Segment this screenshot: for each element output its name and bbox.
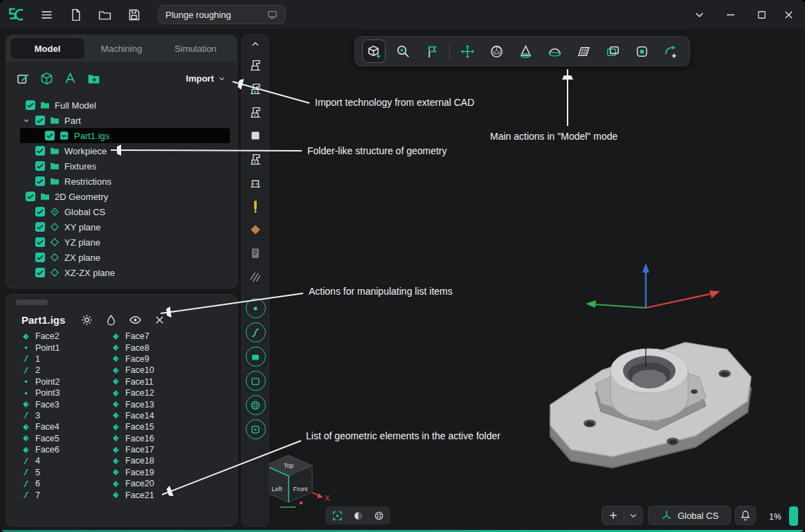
tree-item-full-model[interactable]: Full Model xyxy=(6,98,230,113)
element-item-face2[interactable]: Face2 xyxy=(21,331,111,342)
postprocessor-button[interactable] xyxy=(244,241,267,265)
hemisphere-button[interactable] xyxy=(543,39,566,63)
save-project-button[interactable] xyxy=(123,4,144,25)
sketch-button[interactable] xyxy=(16,71,30,86)
element-item-point2[interactable]: Point2 xyxy=(21,376,111,387)
create-sphere-wire-button[interactable] xyxy=(246,395,266,415)
visibility-checkbox[interactable] xyxy=(26,100,35,110)
datum-button[interactable] xyxy=(420,39,444,63)
mesh-button[interactable] xyxy=(572,39,595,63)
lathe-button[interactable] xyxy=(244,147,267,171)
fill-button[interactable] xyxy=(105,313,118,327)
create-solid-button[interactable] xyxy=(362,39,386,63)
visibility-checkbox[interactable] xyxy=(26,192,35,201)
element-item-7[interactable]: 7 xyxy=(21,489,111,500)
part-3d-model[interactable] xyxy=(526,256,761,470)
add-geometry-button[interactable] xyxy=(602,506,624,525)
mill-turn-button[interactable] xyxy=(244,171,267,194)
visibility-checkbox[interactable] xyxy=(35,222,45,232)
tree-item-workpiece[interactable]: Workpiece xyxy=(6,143,230,158)
visibility-checkbox[interactable] xyxy=(45,131,55,140)
element-item-5[interactable]: 5 xyxy=(21,467,111,478)
element-item-face14[interactable]: Face14 xyxy=(111,410,231,421)
visibility-checkbox[interactable] xyxy=(35,176,45,186)
gear-button[interactable] xyxy=(80,313,93,327)
polysphere-button[interactable] xyxy=(485,39,508,63)
tree-item-yz-plane[interactable]: YZ plane xyxy=(6,235,230,250)
active-cs-button[interactable]: Global CS xyxy=(648,506,731,525)
cube-face-front[interactable]: Front xyxy=(293,486,308,493)
tab-model[interactable]: Model xyxy=(10,38,84,59)
rotary-table-button[interactable] xyxy=(244,218,267,241)
tree-item-xy-plane[interactable]: XY plane xyxy=(6,219,230,235)
workpiece-button[interactable] xyxy=(244,124,267,147)
solid-button[interactable] xyxy=(39,71,54,86)
shell-button[interactable] xyxy=(630,39,653,63)
notifications-button[interactable] xyxy=(735,506,756,525)
tree-item-fixtures[interactable]: Fixtures xyxy=(6,158,230,174)
element-item-point1[interactable]: Point1 xyxy=(21,342,111,353)
element-item-face7[interactable]: Face7 xyxy=(111,331,231,342)
create-solid-body-button[interactable] xyxy=(246,419,266,439)
visibility-button[interactable] xyxy=(129,313,142,327)
tab-simulation[interactable]: Simulation xyxy=(159,38,233,59)
transform-add-button[interactable] xyxy=(659,39,682,63)
create-surface-button[interactable] xyxy=(246,347,266,367)
stack-button[interactable] xyxy=(601,39,624,63)
element-item-face20[interactable]: Face20 xyxy=(111,478,231,489)
window-minimize-button[interactable] xyxy=(715,0,746,29)
open-project-button[interactable] xyxy=(94,4,115,25)
element-item-face6[interactable]: Face6 xyxy=(21,444,111,455)
element-item-6[interactable]: 6 xyxy=(21,478,111,489)
add-geometry-expand-button[interactable] xyxy=(624,506,643,525)
visibility-checkbox[interactable] xyxy=(35,207,45,217)
element-item-face11[interactable]: Face11 xyxy=(111,376,231,387)
tab-machining[interactable]: Machining xyxy=(84,38,159,59)
element-item-1[interactable]: 1 xyxy=(21,354,111,365)
tree-item-part1-igs[interactable]: igsPart1.igs xyxy=(6,128,230,143)
scroll-up-button[interactable] xyxy=(250,35,261,53)
cone-button[interactable] xyxy=(514,39,537,63)
tree-item-restrictions[interactable]: Restrictions xyxy=(6,174,230,189)
element-item-face15[interactable]: Face15 xyxy=(111,421,231,432)
tree-item-xz-zx-plane[interactable]: XZ-ZX plane xyxy=(6,265,230,280)
mill-4axis-button[interactable] xyxy=(244,77,267,100)
element-item-face10[interactable]: Face10 xyxy=(111,365,231,376)
element-item-4[interactable]: 4 xyxy=(21,455,111,466)
cube-face-left[interactable]: Left xyxy=(271,486,282,493)
window-close-button[interactable] xyxy=(773,0,804,29)
move-button[interactable] xyxy=(455,39,479,63)
tree-item-part[interactable]: Part xyxy=(6,113,230,128)
probe-button[interactable] xyxy=(244,194,267,218)
element-item-face4[interactable]: Face4 xyxy=(21,421,111,432)
visibility-checkbox[interactable] xyxy=(35,237,45,247)
element-item-face16[interactable]: Face16 xyxy=(111,433,231,444)
create-sheet-button[interactable] xyxy=(246,371,266,391)
element-item-face19[interactable]: Face19 xyxy=(111,467,231,478)
visibility-checkbox[interactable] xyxy=(35,116,45,125)
visibility-checkbox[interactable] xyxy=(35,161,45,171)
shading-button[interactable] xyxy=(349,508,367,523)
element-item-face8[interactable]: Face8 xyxy=(111,342,231,353)
element-item-face17[interactable]: Face17 xyxy=(111,444,231,455)
tree-item-zx-plane[interactable]: ZX plane xyxy=(6,250,230,265)
visibility-checkbox[interactable] xyxy=(35,268,45,277)
visibility-checkbox[interactable] xyxy=(35,146,45,156)
text-button[interactable] xyxy=(63,71,78,86)
render-mode-button[interactable] xyxy=(370,508,388,523)
tree-item-2d-geometry[interactable]: 2D Geometry xyxy=(6,189,230,204)
element-item-face3[interactable]: Face3 xyxy=(21,398,111,410)
element-item-face21[interactable]: Face21 xyxy=(111,489,231,500)
create-curve-button[interactable] xyxy=(246,322,266,342)
element-item-face9[interactable]: Face9 xyxy=(111,354,231,365)
inspect-button[interactable] xyxy=(391,39,415,63)
new-project-button[interactable] xyxy=(65,4,86,25)
add-folder-button[interactable] xyxy=(87,71,101,86)
mill-5axis-button[interactable] xyxy=(244,100,267,124)
window-collapse-button[interactable] xyxy=(684,0,715,29)
element-item-3[interactable]: 3 xyxy=(21,410,111,421)
fit-view-button[interactable] xyxy=(328,508,346,523)
element-item-2[interactable]: 2 xyxy=(21,365,111,376)
cube-face-top[interactable]: Top xyxy=(284,462,294,469)
visibility-checkbox[interactable] xyxy=(35,253,45,262)
